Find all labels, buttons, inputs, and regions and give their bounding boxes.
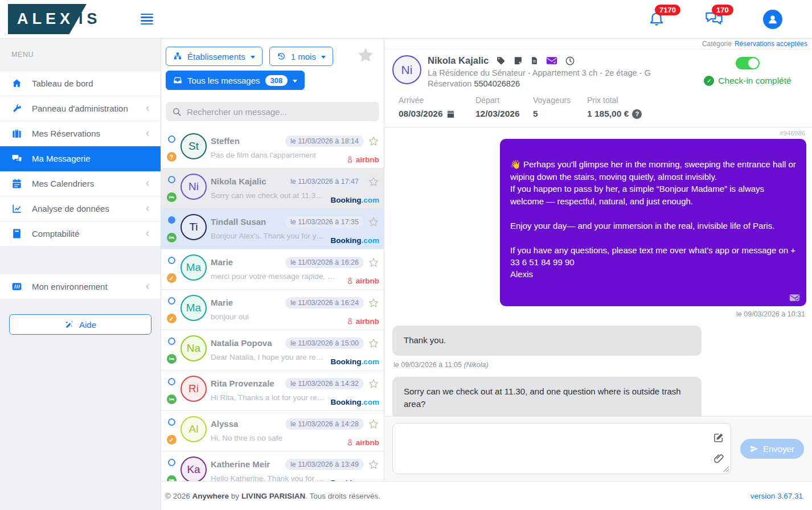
message-preview: Dear Natalia, I hope you are ready … <box>211 353 327 370</box>
avatar: Ma <box>181 295 207 321</box>
star-icon[interactable] <box>368 176 379 187</box>
sent-message-time: le 09/03/2026 à 10:31 <box>736 310 805 318</box>
chevron-left-icon <box>144 283 151 290</box>
category-link[interactable]: Réservations acceptées <box>735 40 807 48</box>
search-input[interactable] <box>187 107 373 117</box>
guests-count: 5 <box>533 109 538 119</box>
price-help-icon[interactable]: ? <box>632 109 642 119</box>
period-filter-button[interactable]: 1 mois <box>269 47 333 66</box>
sidebar-item-environment[interactable]: Mon environnement <box>0 274 161 299</box>
messages-chat-icon[interactable]: 170 <box>705 10 723 29</box>
message-date-pill: le 11/03/2026 à 17:47 <box>285 176 364 187</box>
sidebar-item-accounting[interactable]: Comptabilité <box>0 221 161 246</box>
received-message-bubble: Thank you. <box>392 326 702 356</box>
airbnb-logo: airbnb <box>346 155 379 164</box>
list-item-natalia[interactable]: Na Natalia Popova le 11/03/2026 à 15:00 … <box>161 330 384 371</box>
status-check-icon: ✓ <box>167 314 177 323</box>
chevron-left-icon <box>144 205 151 212</box>
unread-ring-icon <box>168 297 175 305</box>
list-item-marie-1[interactable]: ✓ Ma Marie le 11/03/2026 à 16:26 <box>161 249 384 290</box>
all-messages-filter-button[interactable]: Tous les messages 308 <box>166 71 305 90</box>
sidebar-item-admin-panel[interactable]: Panneau d'administration <box>0 96 161 121</box>
sidebar-item-calendars[interactable]: Mes Calendriers <box>0 171 161 196</box>
airbnb-logo: airbnb <box>346 317 379 326</box>
conversation-panel: Catégorie Réservations acceptées Ni Niko… <box>384 39 812 481</box>
templates-edit-icon[interactable] <box>713 432 724 443</box>
caret-down-icon <box>321 56 326 59</box>
conversation-header: Ni Nikola Kajalic La R <box>384 50 812 128</box>
checkin-toggle[interactable] <box>736 57 760 69</box>
favorites-star-icon[interactable] <box>356 46 375 67</box>
message-preview: Hi, No thre is no safe <box>211 434 342 451</box>
sidebar-item-reservations[interactable]: Mes Réservations <box>0 121 161 146</box>
star-icon[interactable] <box>368 418 379 430</box>
version-label: version 3.67.31 <box>751 492 812 500</box>
brand-anywhere: Anywhere <box>192 492 229 500</box>
establishments-filter-button[interactable]: Établissements <box>166 47 263 66</box>
chevron-left-icon <box>144 105 151 112</box>
guest-name: Marie <box>211 257 281 267</box>
star-icon[interactable] <box>368 297 379 309</box>
status-check-icon: ✓ <box>167 273 177 283</box>
send-button[interactable]: Envoyer <box>740 439 804 459</box>
sidebar-item-analytics[interactable]: Analyse de données <box>0 196 161 221</box>
sitemap-icon <box>173 52 182 61</box>
list-item-marie-2[interactable]: ✓ Ma Marie le 11/03/2026 à 16:24 <box>161 290 384 330</box>
attachment-paperclip-icon[interactable] <box>713 453 724 464</box>
property-name: La Résidence du Sénateur - Appartement 3… <box>428 68 651 77</box>
star-icon[interactable] <box>368 257 379 268</box>
tag-icon[interactable] <box>496 56 506 65</box>
list-item-steffen[interactable]: ? St Steffen le 11/03/2026 à 18:14 <box>161 128 384 168</box>
app-logo[interactable]: ALEX IS <box>8 4 101 34</box>
message-preview: Hi Rita, Thanks a lot for your reser… <box>211 393 327 410</box>
guest-name: Tindall Susan <box>211 217 281 227</box>
star-icon[interactable] <box>368 378 379 389</box>
footer: © 2026 Anywhere by LIVING PARISIAN. Tous… <box>161 481 812 510</box>
history-icon <box>277 52 286 61</box>
calendar-icon <box>11 178 22 189</box>
message-date-pill: le 11/03/2026 à 13:49 <box>285 459 364 470</box>
star-icon[interactable] <box>368 338 379 349</box>
briefcase-icon <box>11 128 22 139</box>
calendar-small-icon[interactable] <box>446 110 455 118</box>
avatar: Na <box>181 335 207 361</box>
guest-avatar: Ni <box>392 55 421 84</box>
avatar: Ma <box>181 254 207 281</box>
booking-logo: Booking.com <box>330 398 379 406</box>
copyright-text: © 2026 Anywhere by LIVING PARISIAN. Tous… <box>161 492 384 500</box>
document-icon[interactable] <box>530 56 539 65</box>
help-button[interactable]: Aide <box>9 314 151 335</box>
list-item-nikola[interactable]: Ni Nikola Kajalic le 11/03/2026 à 17:47 … <box>161 168 384 209</box>
sidebar-spacer <box>0 246 161 274</box>
clock-icon[interactable] <box>565 56 575 66</box>
reservation-number: 5504026826 <box>474 79 520 88</box>
booking-logo: Booking.com <box>330 236 379 245</box>
user-profile-icon[interactable] <box>763 10 782 29</box>
star-icon[interactable] <box>368 216 379 228</box>
unread-ring-icon <box>168 378 175 385</box>
note-icon[interactable] <box>513 56 523 65</box>
message-composer: Envoyer <box>384 416 812 481</box>
envelope-check-icon[interactable] <box>546 56 557 65</box>
sidebar-item-messaging[interactable]: Ma Messagerie <box>0 146 161 171</box>
message-preview: Hello Katherine, Thank you for you… <box>211 474 327 481</box>
guest-name: Nikola Kajalic <box>211 176 281 186</box>
list-item-alyssa[interactable]: ✓ Al Alyssa le 11/03/2026 à 14:28 <box>161 411 384 451</box>
list-item-katherine[interactable]: Ka Katherine Meir le 11/03/2026 à 13:49 … <box>161 451 384 481</box>
star-icon[interactable] <box>368 135 379 147</box>
home-icon <box>11 78 22 89</box>
check-circle-icon: ✓ <box>704 76 714 86</box>
sidebar-item-dashboard[interactable]: Tableau de bord <box>0 71 161 96</box>
status-question-icon: ? <box>167 152 177 162</box>
star-icon[interactable] <box>368 459 379 470</box>
guest-name: Steffen <box>211 136 281 146</box>
message-input[interactable] <box>393 423 731 474</box>
notifications-bell-icon[interactable]: 7170 <box>648 10 665 29</box>
list-item-rita[interactable]: Ri Rita Provenzale le 11/03/2026 à 14:32… <box>161 371 384 411</box>
list-item-tindall[interactable]: Ti Tindall Susan le 11/03/2026 à 17:35 B… <box>161 209 384 249</box>
message-date-pill: le 11/03/2026 à 18:14 <box>285 135 364 147</box>
logo-tail: IS <box>79 10 101 28</box>
message-preview: Sorry can we check out at 11.30, a… <box>211 191 327 208</box>
guest-name: Alyssa <box>211 419 281 429</box>
hamburger-menu-icon[interactable] <box>141 14 153 24</box>
